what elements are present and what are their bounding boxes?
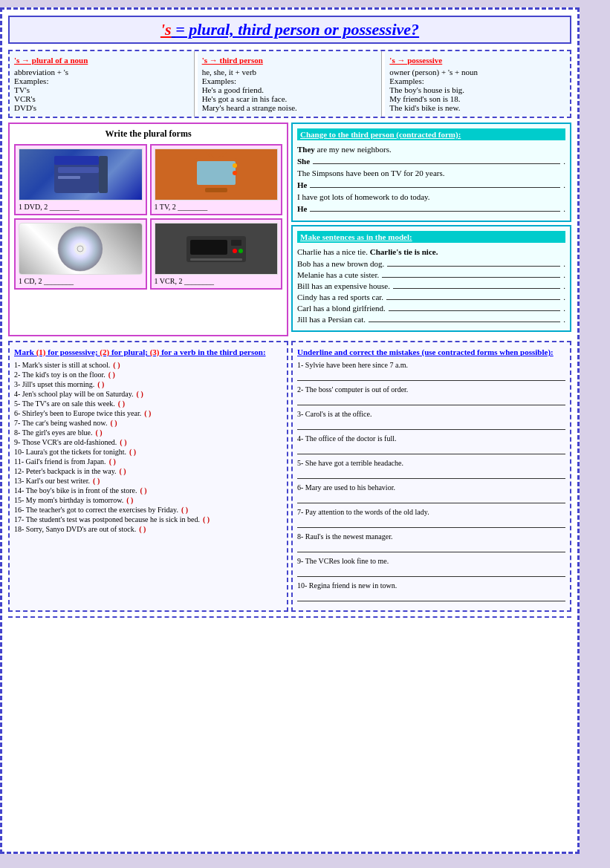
svg-line-8 xyxy=(220,152,225,158)
make-sentences-title: Make sentences as in the model: xyxy=(297,231,565,243)
third-person-ex1: He's a good friend. xyxy=(202,85,377,94)
third-person-info-title: 's → third person xyxy=(202,56,377,65)
ms-dot-1: . xyxy=(563,259,565,268)
mark-text-10: 10- Laura's got the tickets for tonight. xyxy=(14,448,126,456)
mark-item-16: 16- The teacher's got to correct the exe… xyxy=(14,506,282,514)
mark-paren-2: ( ) xyxy=(108,371,115,379)
mark-text-5: 5- The TV's are on sale this week. xyxy=(14,399,115,408)
ul-item-10: 10- Regina friend is new in town. xyxy=(297,581,565,601)
plural-noun-ex3: DVD's xyxy=(14,103,189,112)
ul-text-2: 2- The boss' computer is out of order. xyxy=(297,385,565,394)
ul-item-5: 5- She have got a terrible headache. xyxy=(297,459,565,479)
mark-item-2: 2- The kid's toy is on the floor. ( ) xyxy=(14,371,282,379)
svg-rect-1 xyxy=(54,156,99,165)
tp-line-3: The Simpsons have been on TV for 20 year… xyxy=(297,169,565,177)
tp-dot-2: . xyxy=(563,157,565,166)
mark-paren-9: ( ) xyxy=(120,438,126,446)
ul-item-2: 2- The boss' computer is out of order. xyxy=(297,385,565,405)
mark-paren-6: ( ) xyxy=(144,409,151,417)
mark-item-11: 11- Gail's friend is from Japan. ( ) xyxy=(14,457,282,466)
svg-rect-21 xyxy=(190,258,242,261)
mark-paren-17: ( ) xyxy=(203,515,210,523)
third-person-ex2: He's got a scar in his face. xyxy=(202,94,377,103)
ms-blank-3 xyxy=(393,288,560,289)
mark-item-13: 13- Karl's our best writer. ( ) xyxy=(14,477,282,485)
mark-paren-10: ( ) xyxy=(129,448,136,456)
mark-item-10: 10- Laura's got the tickets for tonight.… xyxy=(14,448,282,456)
mark-paren-14: ( ) xyxy=(140,486,146,495)
possessive-ex1: The boy's house is big. xyxy=(389,85,565,94)
ul-blank-9 xyxy=(297,567,565,577)
third-person-info-box: 's → third person he, she, it + verb Exa… xyxy=(198,51,383,117)
tp-line-4: He . xyxy=(297,180,565,189)
ul-blank-5 xyxy=(297,469,565,479)
tp-text-1: They are my new neighbors. xyxy=(297,145,392,154)
possessive-ex2: My friend's son is 18. xyxy=(389,94,565,103)
mark-paren-12: ( ) xyxy=(120,467,126,475)
ms-dot-4: . xyxy=(563,293,565,301)
svg-point-20 xyxy=(239,249,243,253)
ms-text-1: Bob has a new brown dog. xyxy=(297,259,384,268)
mid-section: Write the plural forms 1 DV xyxy=(8,123,571,336)
tp-blank-6 xyxy=(310,211,560,212)
dvd-cell: 1 DVD, 2 ________ xyxy=(14,144,147,215)
tp-line-2: She . xyxy=(297,157,565,166)
third-person-exercise-box: Change to the third person (contracted f… xyxy=(291,123,571,222)
mark-paren-7: ( ) xyxy=(110,419,117,427)
main-page: 's = plural, third person or possessive?… xyxy=(0,7,580,854)
mark-paren-1: ( ) xyxy=(113,361,120,369)
ms-text-4: Cindy has a red sports car. xyxy=(297,293,383,301)
ul-item-1: 1- Sylvie have been here since 7 a.m. xyxy=(297,361,565,381)
plural-forms-title: Write the plural forms xyxy=(14,128,282,140)
possessive-ex3: The kid's bike is new. xyxy=(389,103,565,112)
tv-label: 1 TV, 2 ________ xyxy=(155,203,279,211)
mark-text-8: 8- The girl's eyes are blue. xyxy=(14,428,92,437)
ul-item-3: 3- Carol's is at the office. xyxy=(297,410,565,430)
ms-text-2: Melanie has a cute sister. xyxy=(297,270,379,279)
ms-line-3: Bill has an expensive house. . xyxy=(297,281,565,290)
plural-forms-box: Write the plural forms 1 DV xyxy=(8,123,288,336)
image-grid: 1 DVD, 2 ________ xyxy=(14,144,282,290)
ul-blank-1 xyxy=(297,371,565,381)
tp-line-6: He . xyxy=(297,204,565,213)
ms-text-5: Carl has a blond girlfriend. xyxy=(297,304,386,313)
plural-noun-line1: abbreviation + 's xyxy=(14,68,189,76)
mark-item-17: 17- The student's test was postponed bec… xyxy=(14,515,282,523)
ul-item-6: 6- Mary are used to his behavior. xyxy=(297,483,565,503)
mark-paren-8: ( ) xyxy=(95,428,102,437)
plural-noun-box: 's → plural of a noun abbreviation + 's … xyxy=(10,51,195,117)
ul-blank-6 xyxy=(297,493,565,503)
ms-blank-5 xyxy=(389,310,560,311)
ms-line-6: Jill has a Persian cat. . xyxy=(297,315,565,324)
plural-noun-ex1: TV's xyxy=(14,85,189,94)
mark-item-1: 1- Mark's sister is still at school. ( ) xyxy=(14,361,282,369)
ms-blank-6 xyxy=(369,322,560,322)
page-title: 's = plural, third person or possessive? xyxy=(8,16,571,44)
mark-item-12: 12- Peter's backpack is in the way. ( ) xyxy=(14,467,282,475)
ms-line-2: Melanie has a cute sister. . xyxy=(297,270,565,279)
mark-item-3: 3- Jill's upset this morning. ( ) xyxy=(14,380,282,388)
ul-blank-4 xyxy=(297,444,565,454)
dvd-label: 1 DVD, 2 ________ xyxy=(19,203,143,211)
mark-text-6: 6- Shirley's been to Europe twice this y… xyxy=(14,409,141,417)
ul-item-7: 7- Pay attention to the words of the old… xyxy=(297,508,565,528)
possessive-info-title: 's → possessive xyxy=(389,56,565,65)
vcr-label: 1 VCR, 2 ________ xyxy=(155,277,279,285)
mark-text-17: 17- The student's test was postponed bec… xyxy=(14,515,200,523)
ul-blank-7 xyxy=(297,518,565,528)
svg-rect-6 xyxy=(197,161,236,185)
ms-dot-6: . xyxy=(563,315,565,324)
mark-text-13: 13- Karl's our best writer. xyxy=(14,477,90,485)
svg-rect-2 xyxy=(99,156,108,193)
mark-text-14: 14- The boy's bike is in front of the st… xyxy=(14,486,137,495)
svg-rect-3 xyxy=(58,167,99,173)
mark-paren-11: ( ) xyxy=(109,457,116,466)
underline-section-box: Underline and correct the mistakes (use … xyxy=(291,341,571,612)
ul-text-3: 3- Carol's is at the office. xyxy=(297,410,565,418)
tp-text-3: The Simpsons have been on TV for 20 year… xyxy=(297,169,444,177)
svg-point-11 xyxy=(233,171,237,175)
possessive-rule: owner (person) + 's + noun xyxy=(389,68,565,76)
possessive-examples-label: Examples: xyxy=(389,76,565,85)
ms-blank-2 xyxy=(382,277,560,278)
mark-item-7: 7- The car's being washed now. ( ) xyxy=(14,419,282,427)
